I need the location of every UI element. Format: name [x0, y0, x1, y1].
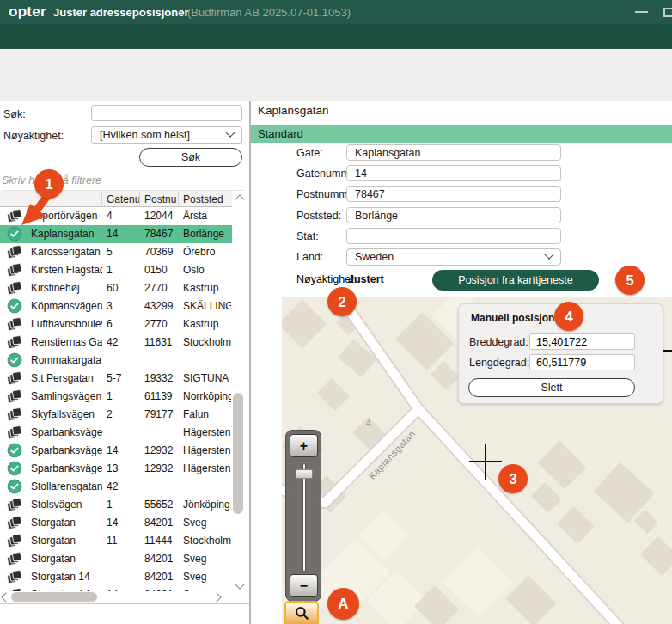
country-select[interactable]: Sweden: [346, 248, 561, 266]
row-postal-code: 79177: [144, 408, 180, 420]
zoom-in-button[interactable]: +: [290, 434, 318, 457]
table-row[interactable]: Storgatan 84201 Sveg: [0, 550, 232, 568]
column-header-street-number[interactable]: Gatenu: [107, 193, 140, 205]
table-row[interactable]: Storgatan 14 14 84201 Sveg: [0, 586, 232, 591]
row-city: Sveg: [183, 589, 231, 591]
row-street-number: 14: [107, 228, 141, 240]
search-input[interactable]: [91, 105, 242, 121]
table-row[interactable]: Karosserigatan 5 70369 Örebro: [0, 243, 232, 261]
accuracy-select[interactable]: [Hvilken som helst]: [91, 126, 242, 144]
row-city: Årsta: [183, 210, 231, 222]
table-row[interactable]: Samlingsvägen 1 61139 Norrköping: [0, 388, 232, 406]
zoom-slider-track[interactable]: [302, 463, 306, 572]
row-street-name: Kirsten Flagstad: [31, 264, 102, 276]
row-street-name: Stollarensgatan: [31, 480, 102, 492]
callout-badge-1: 1: [34, 169, 64, 199]
maximize-icon: [663, 8, 672, 17]
poststed-input[interactable]: [346, 207, 561, 223]
table-row[interactable]: Storgatan 11 11444 Stockholm: [0, 532, 232, 550]
table-row[interactable]: Sparbanksvägen 13 12932 Hägersten: [0, 460, 232, 478]
section-header-label: Standard: [258, 127, 303, 140]
field-label-land: Land:: [296, 251, 323, 263]
map-search-tool-button[interactable]: [284, 601, 319, 624]
row-city: Kastrup: [183, 318, 231, 330]
table-row[interactable]: Lufthavnsboulev 6 2770 Kastrup: [0, 315, 232, 333]
gate-input[interactable]: [346, 144, 561, 161]
vertical-scrollbar-thumb[interactable]: [233, 393, 243, 514]
app-window: opter Juster adresseposisjoner (Budfirma…: [0, 0, 672, 624]
position-from-map-service-button[interactable]: Posisjon fra karttjeneste: [432, 270, 599, 291]
table-row[interactable]: Storgatan 14 84201 Sveg: [0, 514, 232, 532]
table-row[interactable]: Kirsten Flagstad 1 0150 Oslo: [0, 261, 232, 279]
search-button[interactable]: Søk: [139, 148, 242, 167]
postnummer-input[interactable]: [346, 186, 561, 202]
row-street-number: 42: [107, 480, 141, 492]
adjusted-check-icon: [7, 298, 22, 314]
result-count-bar: Antall treff: 62: [0, 603, 249, 624]
column-separator: [101, 192, 102, 205]
address-stack-icon: [7, 587, 22, 591]
row-postal-code: 12932: [144, 462, 180, 474]
horizontal-scrollbar-thumb[interactable]: [11, 592, 97, 602]
latitude-input[interactable]: [529, 333, 635, 350]
row-city: Örebro: [183, 246, 231, 258]
row-street-name: Sparbanksvägen: [31, 444, 102, 456]
zoom-slider-thumb[interactable]: [296, 469, 313, 479]
table-row[interactable]: Köpmansvägen 3 43299 SKÄLLINGE: [0, 297, 232, 315]
gatenummer-input[interactable]: [346, 165, 561, 181]
opter-logo: opter: [9, 3, 46, 21]
detail-accuracy-value: Justert: [348, 273, 384, 285]
map-house-number-label: 4: [366, 419, 371, 428]
row-city: Jönköping: [183, 499, 231, 511]
callout-badge-5: 5: [615, 266, 645, 295]
table-row[interactable]: Stolsvägen 1 55652 Jönköping: [0, 496, 232, 514]
column-header-postal-code[interactable]: Postnu: [144, 193, 176, 205]
minimize-button[interactable]: [626, 0, 657, 24]
row-city: Stockholm: [183, 336, 231, 348]
longitude-input[interactable]: [529, 354, 635, 370]
maximize-button[interactable]: [660, 0, 672, 24]
row-city: Sveg: [183, 517, 231, 529]
address-stack-icon: [7, 515, 22, 530]
search-label: Søk:: [3, 108, 26, 120]
row-postal-code: 11631: [144, 336, 180, 348]
row-street-name: Sparbanksvägen: [31, 462, 102, 474]
table-row[interactable]: Renstiernas Gata 42 11631 Stockholm: [0, 333, 232, 352]
column-header-city[interactable]: Poststed: [183, 193, 223, 205]
table-row[interactable]: Kirstinehøj 60 2770 Kastrup: [0, 279, 232, 297]
row-street-number: 1: [107, 264, 141, 276]
row-street-number: 5-7: [107, 372, 141, 384]
address-table: Importörvägen 4 12044 Årsta Kaplansgatan…: [0, 207, 232, 591]
manual-position-title: Manuell posisjon: [471, 312, 554, 324]
stat-input[interactable]: [346, 228, 561, 244]
table-row[interactable]: Stollarensgatan 42: [0, 478, 232, 496]
table-row[interactable]: Sparbanksvägen Hägersten: [0, 424, 232, 442]
row-street-number: 14: [107, 517, 141, 529]
table-row[interactable]: Storgatan 14 84201 Sveg: [0, 568, 232, 586]
address-stack-icon: [7, 569, 22, 584]
chevron-down-icon: [225, 128, 235, 138]
row-city: Hägersten: [183, 426, 231, 438]
row-city: Sveg: [183, 553, 231, 565]
column-separator: [178, 192, 179, 205]
adjusted-check-icon: [7, 479, 22, 494]
table-row[interactable]: S:t Persgatan 5-7 19332 SIGTUNA: [0, 370, 232, 388]
table-row[interactable]: Sparbanksvägen 14 12932 Hägersten: [0, 442, 232, 460]
table-row[interactable]: Rommakargata: [0, 352, 232, 370]
row-postal-code: 78467: [144, 228, 180, 240]
panel-divider[interactable]: [249, 101, 251, 624]
row-postal-code: 43299: [144, 300, 180, 312]
field-label-poststed: Poststed:: [296, 210, 341, 222]
detail-title: Kaplansgatan: [258, 104, 329, 117]
row-city: Hägersten: [183, 462, 231, 474]
row-street-name: S:t Persgatan: [31, 372, 102, 384]
table-row[interactable]: Skyfallsvägen 2 79177 Falun: [0, 406, 232, 424]
callout-badge-4: 4: [554, 302, 583, 331]
row-street-name: Samlingsvägen: [31, 390, 102, 402]
row-postal-code: 19332: [144, 372, 180, 384]
field-label-stat: Stat:: [296, 230, 319, 242]
row-street-number: 11: [107, 535, 141, 547]
delete-position-button[interactable]: Slett: [468, 378, 635, 397]
zoom-out-button[interactable]: −: [290, 574, 318, 597]
row-street-name: Sparbanksvägen: [31, 426, 102, 438]
